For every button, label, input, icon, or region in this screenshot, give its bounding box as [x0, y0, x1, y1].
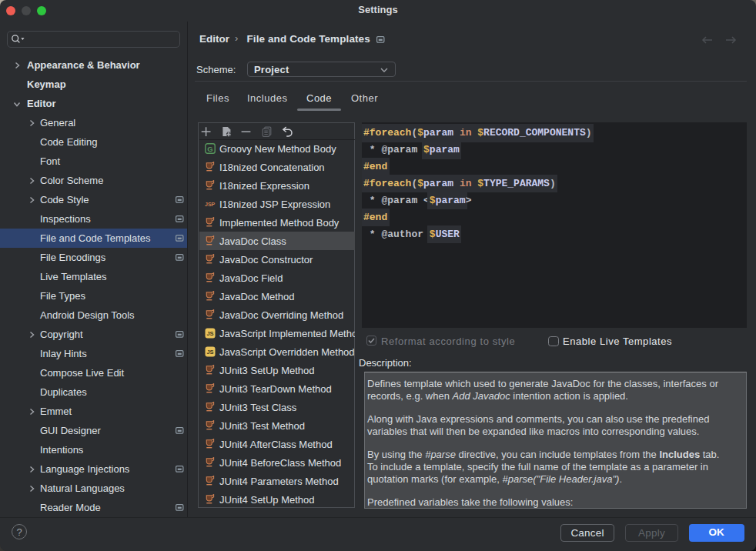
- svg-text:JS: JS: [206, 330, 213, 337]
- svg-text:JS: JS: [206, 349, 213, 356]
- svg-text:G: G: [207, 145, 212, 153]
- svg-text:JSP: JSP: [205, 202, 216, 207]
